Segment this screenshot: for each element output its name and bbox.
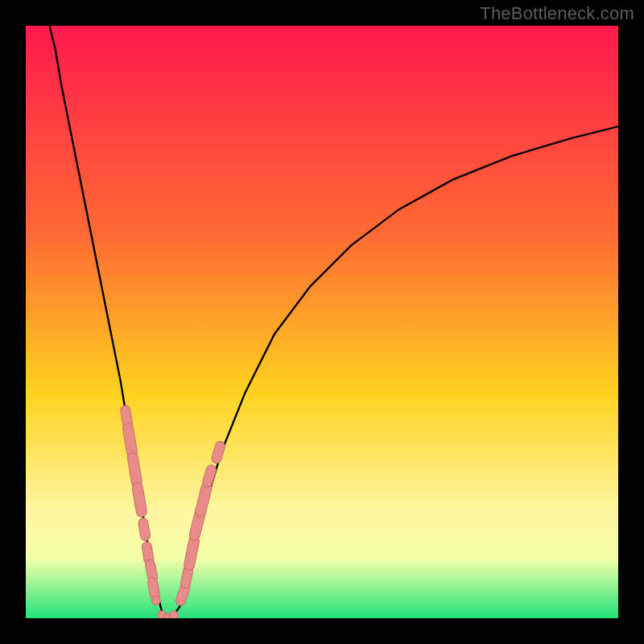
watermark-text: TheBottleneck.com xyxy=(480,3,634,24)
chart-svg xyxy=(26,26,618,618)
gradient-background xyxy=(26,26,618,618)
plot-area xyxy=(26,26,618,618)
outer-frame: TheBottleneck.com xyxy=(0,0,644,644)
